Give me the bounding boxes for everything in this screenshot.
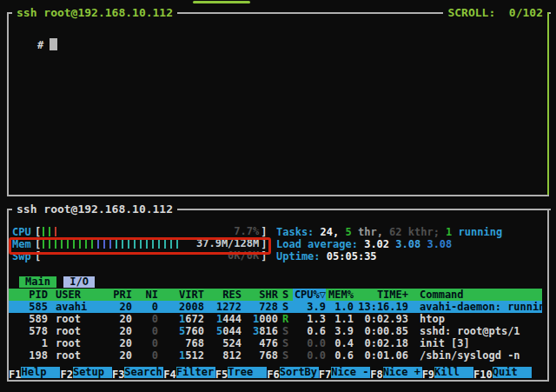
cursor-block [50,38,57,50]
fn-key-action: Filter [176,367,215,378]
top-pane-border-right [547,12,549,196]
fn-key-setup[interactable]: F2Setup [60,367,111,378]
fn-key-label: F6 [267,369,279,381]
cell-cpu: 1.3 [293,313,326,325]
cell-cmd: init [3] [420,337,542,349]
cell-shr: 728 [242,301,278,313]
cell-pid: 589 [12,313,48,325]
fn-key-label: F1 [9,369,21,381]
cell-ni: 0 [132,325,158,337]
cell-s: S [278,301,293,313]
bottom-pane-border-right [547,209,549,382]
fn-key-kill[interactable]: F9Kill [422,367,473,378]
cell-cmd: /sbin/syslogd -n [420,349,542,362]
cell-s: R [278,313,293,325]
fn-key-label: F8 [370,369,382,381]
cell-shr: 1000 [242,313,278,325]
fn-key-action: Tree [228,367,267,378]
cell-res: 1272 [204,301,242,313]
cell-mem: 3.9 [326,325,354,337]
fn-key-label: F9 [422,369,434,381]
cell-pid: 1 [12,337,48,349]
cell-ni: 0 [132,349,158,362]
column-header-cmd[interactable]: Command [420,289,542,301]
cell-user: root [56,349,113,362]
cell-shr: 3816 [242,325,278,337]
column-header-mem[interactable]: MEM% [326,289,354,301]
tab-main[interactable]: Main [19,276,56,288]
top-pane-border-left [7,12,9,196]
load-average-line: Load average: 3.02 3.08 3.08 [276,238,452,250]
column-header-pri[interactable]: PRI [113,289,132,301]
fn-key-nice[interactable]: F7Nice - [319,367,370,378]
fn-key-search[interactable]: F3Search [112,367,163,378]
column-header-s[interactable]: S [278,289,293,301]
cell-time: 0:00.85 [354,325,408,337]
cell-user: root [56,337,113,349]
cell-time: 0:02.18 [354,337,408,349]
process-table-header: PIDUSERPRINIVIRTRESSHRSCPU%▽MEM%TIME+Com… [9,289,542,301]
cell-cpu: 0.6 [293,325,326,337]
cell-cpu: 0.0 [293,337,326,349]
fn-key-help[interactable]: F1Help [9,367,60,378]
cell-pri: 20 [113,313,132,325]
column-header-user[interactable]: USER [56,289,113,301]
function-key-bar: F1HelpF2SetupF3SearchF4FilterF5TreeF6Sor… [9,367,532,378]
cpu-meter: CPU[7.7%] [12,226,267,238]
terminal-prompt-line[interactable]: # [12,26,57,63]
column-header-res[interactable]: RES [204,289,242,301]
column-header-time[interactable]: TIME+ [354,289,408,301]
cell-res: 1444 [204,313,242,325]
fn-key-action: Kill [434,367,473,378]
cpu-meter-bar: 7.7% [41,226,261,237]
cell-mem: 1.0 [326,301,354,313]
cell-virt: 1672 [158,313,204,325]
column-header-ni[interactable]: NI [132,289,158,301]
process-row[interactable]: 198root2001512812768S0.00.60:01.06/sbin/… [9,349,542,362]
cell-s: S [278,337,293,349]
scroll-indicator: SCROLL: 0/102 [443,7,547,19]
column-header-pid[interactable]: PID [12,289,48,301]
cell-pri: 20 [113,325,132,337]
fn-key-label: F7 [319,369,331,381]
column-header-shr[interactable]: SHR [242,289,278,301]
cell-ni: 0 [132,337,158,349]
cell-res: 812 [204,349,242,362]
process-row[interactable]: 589root200167214441000R1.31.10:02.93htop [9,313,542,325]
process-row[interactable]: 585avahi20020081272728S3.91.013:16.19ava… [9,301,542,313]
fn-key-filter[interactable]: F4Filter [163,367,215,378]
process-row[interactable]: 1root200768524476S0.00.40:02.18init [3] [9,337,542,349]
fn-key-label: F3 [112,369,124,381]
top-green-strip [193,1,250,3]
uptime-line: Uptime: 05:05:35 [276,250,377,262]
fn-key-action: Search [124,367,163,378]
fn-key-action: Setup [73,367,112,378]
cpu-meter-value: 7.7% [234,225,259,237]
fn-key-nice+[interactable]: F8Nice + [370,367,421,378]
cell-cmd: avahi-daemon: running [420,301,542,313]
cell-ni: 0 [132,313,158,325]
tab-io[interactable]: I/O [63,276,95,288]
fn-key-action: Nice - [331,367,370,378]
cell-pid: 585 [12,301,48,313]
cell-cmd: sshd: root@pts/1 [420,325,542,337]
column-header-cpu[interactable]: CPU%▽ [293,289,326,301]
fn-key-tree[interactable]: F5Tree [215,367,267,378]
fn-key-quit[interactable]: F10Quit [473,367,532,378]
fn-key-label: F5 [215,369,228,381]
fn-key-sortby[interactable]: F6SortBy [267,367,318,378]
cell-shr: 768 [242,349,278,362]
cell-res: 5044 [204,325,242,337]
cell-pri: 20 [113,301,132,313]
cell-mem: 0.4 [326,337,354,349]
column-header-virt[interactable]: VIRT [158,289,204,301]
cell-pri: 20 [113,337,132,349]
cell-cpu: 0.0 [293,349,326,362]
fn-key-label: F10 [473,369,493,381]
fn-key-label: F2 [60,369,72,381]
cell-user: root [56,325,113,337]
pane-title: ssh root@192.168.10.112 [12,7,177,19]
top-pane-border-bottom [7,195,549,196]
cell-virt: 5760 [158,325,204,337]
process-row[interactable]: 578root200576050443816S0.63.90:00.85sshd… [9,325,542,337]
